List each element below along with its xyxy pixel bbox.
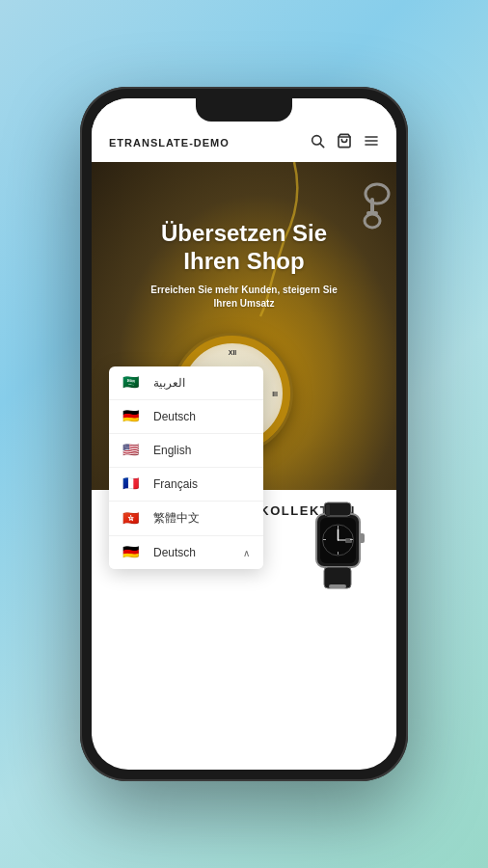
svg-rect-15 — [338, 552, 339, 555]
below-hero-section: ENE KOLLEKTION — [92, 490, 396, 654]
lang-item-chinese[interactable]: 🇭🇰 繁體中文 — [109, 502, 263, 536]
svg-rect-20 — [345, 538, 352, 543]
watch-crown — [227, 336, 238, 341]
lang-item-deutsch[interactable]: 🇩🇪 Deutsch — [109, 400, 263, 434]
english-label: English — [153, 444, 191, 457]
store-logo: ETRANSLATE-DEMO — [109, 137, 230, 149]
header-icons-group — [310, 133, 379, 152]
arabic-flag: 🇸🇦 — [122, 375, 144, 391]
svg-rect-24 — [329, 584, 346, 588]
lang-item-english[interactable]: 🇺🇸 English — [109, 434, 263, 468]
phone-frame: ETRANSLATE-DEMO — [80, 87, 408, 781]
search-icon[interactable] — [310, 133, 325, 152]
french-flag: 🇫🇷 — [122, 476, 144, 492]
chinese-label: 繁體中文 — [153, 510, 200, 527]
us-flag: 🇺🇸 — [122, 443, 144, 458]
hero-subtitle: Erreichen Sie mehr Kunden, steigern SieI… — [111, 284, 377, 311]
chevron-up-icon: ∧ — [243, 548, 250, 558]
svg-rect-22 — [326, 504, 330, 516]
lang-item-arabic[interactable]: 🇸🇦 العربية — [109, 366, 263, 400]
french-label: Français — [153, 477, 198, 491]
cart-icon[interactable] — [337, 133, 352, 152]
phone-notch — [196, 98, 292, 122]
hk-flag: 🇭🇰 — [122, 511, 144, 527]
language-dropdown[interactable]: 🇸🇦 العربية 🇩🇪 Deutsch 🇺🇸 English 🇫🇷 Fr — [109, 366, 263, 569]
current-flag: 🇩🇪 — [122, 545, 144, 560]
menu-icon[interactable] — [364, 133, 379, 152]
lang-current-item[interactable]: 🇩🇪 Deutsch ∧ — [109, 536, 263, 569]
deutsch-label: Deutsch — [153, 410, 196, 423]
lang-current-left: 🇩🇪 Deutsch — [122, 545, 196, 560]
lang-item-french[interactable]: 🇫🇷 Français — [109, 468, 263, 502]
product-watch-image — [297, 500, 379, 600]
arabic-label: العربية — [153, 376, 185, 390]
hero-title: Übersetzen Sie Ihren Shop — [111, 220, 377, 276]
svg-rect-11 — [359, 533, 365, 543]
german-flag: 🇩🇪 — [122, 409, 144, 424]
hero-text-block: Übersetzen Sie Ihren Shop Erreichen Sie … — [92, 220, 396, 311]
current-lang-label: Deutsch — [153, 546, 196, 559]
svg-rect-16 — [323, 539, 326, 540]
svg-rect-14 — [338, 526, 339, 529]
phone-screen: ETRANSLATE-DEMO — [92, 98, 396, 770]
svg-line-1 — [320, 144, 324, 148]
